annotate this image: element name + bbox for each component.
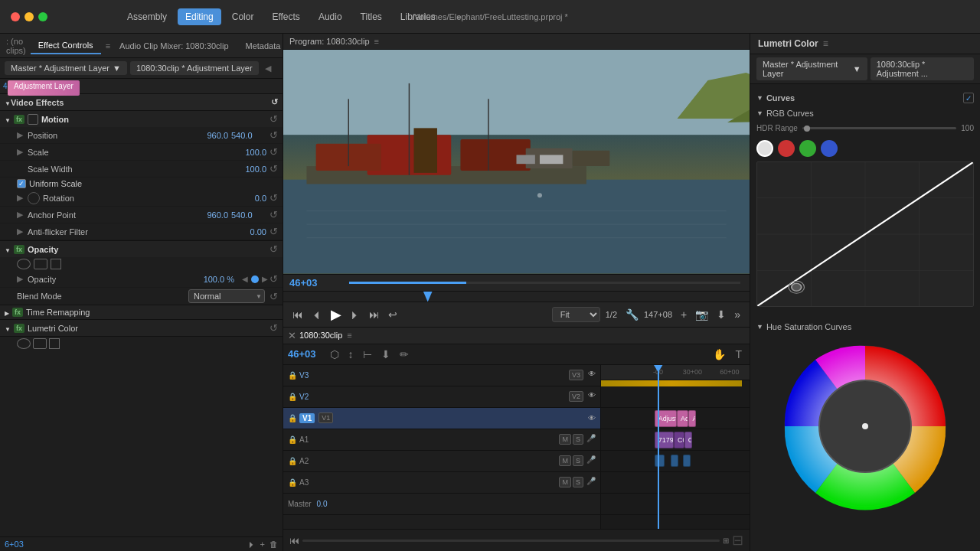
- traffic-light-red[interactable]: [11, 12, 20, 21]
- eye-v3-icon[interactable]: 👁: [588, 370, 596, 380]
- channel-btn-red[interactable]: [778, 140, 795, 157]
- tab-audio-clip-mixer[interactable]: Audio Clip Mixer: 1080:30clip: [112, 38, 236, 54]
- play-button[interactable]: ▶: [328, 305, 345, 324]
- traffic-light-yellow[interactable]: [24, 12, 34, 21]
- ap-expand[interactable]: ▶: [17, 210, 28, 220]
- channel-btn-white[interactable]: [756, 140, 773, 157]
- wrench-button[interactable]: 🔧: [622, 307, 642, 322]
- a1-m-btn[interactable]: M: [559, 434, 571, 445]
- remove-effect-btn[interactable]: 🗑: [270, 540, 278, 549]
- mic-a3-icon[interactable]: 🎤: [586, 477, 596, 487]
- time-remap-group[interactable]: fx Time Remapping: [0, 305, 283, 320]
- ov-expand[interactable]: ▶: [17, 274, 28, 284]
- scale-reset[interactable]: ↺: [270, 146, 278, 158]
- blend-mode-select[interactable]: Normal Multiply Screen: [188, 289, 265, 303]
- audio-clip-2[interactable]: [671, 455, 678, 467]
- a2-s-btn[interactable]: S: [573, 455, 583, 466]
- scale-expand[interactable]: ▶: [17, 147, 28, 157]
- a3-s-btn[interactable]: S: [573, 477, 583, 487]
- v1-active-badge[interactable]: V1: [299, 413, 315, 423]
- rgb-curves-header[interactable]: ▼ RGB Curves: [756, 106, 974, 121]
- preview-progress-bar[interactable]: [349, 282, 740, 284]
- tab-effect-controls[interactable]: Effect Controls: [31, 37, 101, 54]
- opacity-val-reset[interactable]: ↺: [270, 273, 278, 285]
- opacity-reset-button[interactable]: ↺: [270, 243, 278, 255]
- menu-effects[interactable]: Effects: [264, 8, 307, 25]
- opacity-pen-icon[interactable]: [51, 259, 61, 269]
- menu-titles[interactable]: Titles: [353, 8, 390, 25]
- v3-track-type[interactable]: V3: [569, 370, 583, 380]
- position-reset[interactable]: ↺: [270, 129, 278, 141]
- curves-enable-checkbox[interactable]: ✓: [963, 93, 974, 103]
- menu-editing[interactable]: Editing: [178, 8, 221, 25]
- tool-hand[interactable]: ✋: [710, 347, 729, 362]
- adjustment-clip-3[interactable]: Adj: [688, 410, 696, 427]
- lock-v1-icon[interactable]: 🔒: [288, 414, 297, 422]
- menu-color[interactable]: Color: [224, 8, 262, 25]
- v2-track-type[interactable]: V2: [569, 391, 583, 402]
- channel-btn-blue[interactable]: [821, 140, 838, 157]
- opacity-rect-icon[interactable]: [34, 259, 47, 269]
- sw-reset[interactable]: ↺: [270, 163, 278, 174]
- lumetri-master-selector[interactable]: Master * Adjustment Layer ▼: [756, 57, 867, 80]
- lumetri-pen-icon[interactable]: [49, 338, 60, 349]
- lumetri-color-group[interactable]: fx Lumetri Color ↺: [0, 320, 283, 337]
- lock-a1-icon[interactable]: 🔒: [288, 435, 297, 444]
- timeline-close-button[interactable]: ✕: [288, 330, 296, 341]
- tool-razor[interactable]: ↕: [345, 347, 357, 362]
- program-monitor-menu-icon[interactable]: ≡: [374, 37, 379, 46]
- rotation-reset[interactable]: ↺: [270, 192, 278, 204]
- a3-m-btn[interactable]: M: [559, 477, 571, 487]
- lock-v3-icon[interactable]: 🔒: [288, 371, 297, 380]
- motion-effect-header[interactable]: fx Motion ↺: [0, 111, 283, 127]
- aff-expand[interactable]: ▶: [17, 227, 28, 236]
- navigate-prev-button[interactable]: ◀: [262, 62, 274, 75]
- video-clip-1[interactable]: 71795493: [655, 432, 674, 448]
- hue-sat-header[interactable]: ▼ Hue Saturation Curves: [756, 319, 974, 334]
- adjustment-clip-1[interactable]: Adjustmen: [655, 410, 677, 427]
- opacity-ellipse-icon[interactable]: [17, 259, 31, 269]
- adjustment-layer-clip[interactable]: Adjustment Layer: [8, 80, 80, 96]
- a1-s-btn[interactable]: S: [573, 434, 583, 445]
- lumetri-rect-icon[interactable]: [33, 338, 47, 349]
- uniform-scale-checkbox[interactable]: ✓: [17, 179, 26, 188]
- step-back-button[interactable]: ⏮: [289, 307, 306, 322]
- menu-assembly[interactable]: Assembly: [119, 8, 175, 25]
- video-clip-3[interactable]: C0: [684, 432, 692, 448]
- channel-btn-green[interactable]: [799, 140, 816, 157]
- audio-clip-1[interactable]: [655, 455, 665, 467]
- video-clip-2[interactable]: C0784: [674, 432, 684, 448]
- opacity-prev-keyframe[interactable]: ◀: [240, 275, 250, 283]
- go-to-start-button[interactable]: ⏮: [289, 535, 299, 546]
- export-button[interactable]: ⬇: [714, 307, 729, 322]
- motion-reset-button[interactable]: ↺: [270, 113, 278, 125]
- eye-v2-icon[interactable]: 👁: [588, 391, 596, 402]
- v1-track-type[interactable]: V1: [318, 412, 333, 423]
- tool-text[interactable]: T: [732, 347, 745, 362]
- mic-a1-icon[interactable]: 🎤: [586, 434, 596, 445]
- lumetri-ellipse-icon[interactable]: [17, 338, 31, 349]
- adjustment-clip-2[interactable]: Adjust: [677, 410, 689, 427]
- aff-reset[interactable]: ↺: [270, 226, 278, 237]
- opacity-effect-header[interactable]: fx Opacity ↺: [0, 241, 283, 257]
- curves-header[interactable]: ▼ Curves: [756, 90, 795, 106]
- lumetri-reset[interactable]: ↺: [270, 322, 278, 334]
- effect-controls-menu-icon[interactable]: ≡: [106, 41, 110, 51]
- timeline-menu-icon[interactable]: ≡: [347, 331, 351, 340]
- toggle-btn[interactable]: ⏵: [247, 540, 256, 549]
- color-wheel[interactable]: [781, 342, 949, 510]
- add-effect-btn[interactable]: +: [260, 540, 265, 549]
- lumetri-menu-icon[interactable]: ≡: [823, 38, 828, 49]
- blend-reset[interactable]: ↺: [270, 291, 278, 302]
- lock-a2-icon[interactable]: 🔒: [288, 457, 297, 465]
- work-area-bar[interactable]: [601, 380, 742, 386]
- timeline-scroll-bar[interactable]: [302, 540, 720, 542]
- lock-a3-icon[interactable]: 🔒: [288, 478, 297, 487]
- video-effects-header[interactable]: Video Effects ↺: [0, 94, 283, 111]
- audio-clip-3[interactable]: [683, 455, 691, 467]
- frame-back-button[interactable]: ⏴: [309, 307, 325, 322]
- add-marker-button[interactable]: +: [678, 307, 690, 322]
- tool-select[interactable]: ⬡: [327, 347, 342, 362]
- step-forward-button[interactable]: ⏭: [366, 307, 383, 322]
- camera-button[interactable]: 📷: [692, 307, 711, 322]
